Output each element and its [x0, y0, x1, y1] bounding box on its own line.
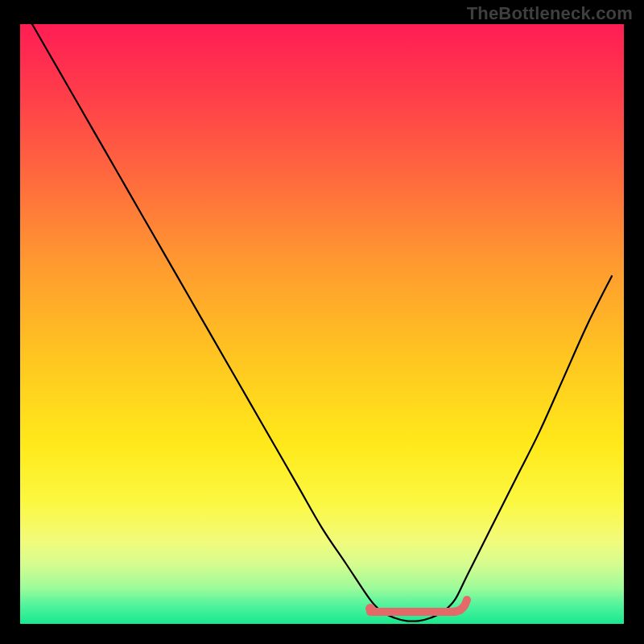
chart-container: TheBottleneck.com	[0, 0, 644, 644]
attribution-label: TheBottleneck.com	[467, 3, 633, 24]
curve-layer	[20, 24, 624, 624]
plot-area	[20, 24, 624, 624]
bottleneck-curve	[32, 24, 612, 621]
